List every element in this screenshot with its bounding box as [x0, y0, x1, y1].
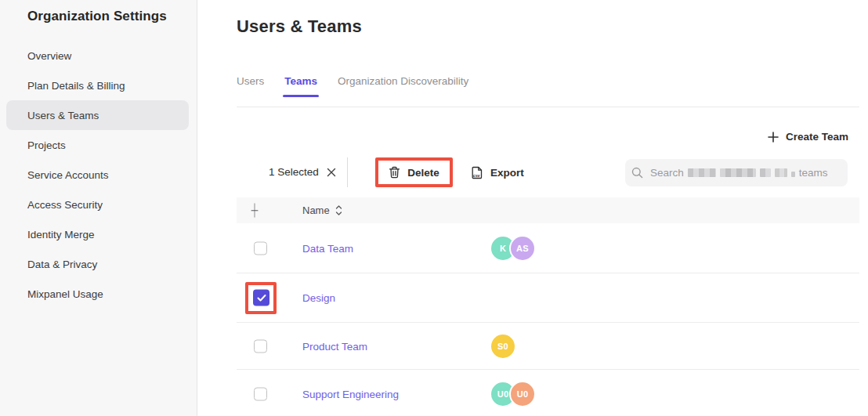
row-checkbox[interactable]	[254, 339, 267, 353]
organization-settings-sidebar: Organization Settings Overview Plan Deta…	[0, 0, 197, 416]
redacted-text	[791, 172, 795, 177]
search-icon	[631, 167, 643, 179]
sidebar-item-label: Users & Teams	[27, 110, 99, 121]
export-button[interactable]: csv Export	[471, 165, 524, 180]
table-row: Product Team S0	[237, 323, 859, 370]
sidebar-item-label: Data & Privacy	[27, 259, 97, 270]
table-row: Design	[237, 273, 859, 323]
svg-text:csv: csv	[473, 172, 480, 177]
selected-count-label: 1 Selected	[269, 166, 319, 178]
team-name-link[interactable]: Product Team	[302, 340, 367, 352]
clear-selection-icon[interactable]	[326, 167, 337, 178]
sidebar-item-plan-details-billing[interactable]: Plan Details & Billing	[6, 71, 189, 100]
tab-bar: Users Teams Organization Discoverability	[237, 75, 468, 97]
avatar: S0	[491, 335, 515, 358]
redacted-text	[720, 168, 756, 177]
sidebar-item-projects[interactable]: Projects	[6, 130, 189, 160]
sidebar-item-users-teams[interactable]: Users & Teams	[6, 100, 189, 130]
sidebar-nav: Overview Plan Details & Billing Users & …	[0, 41, 197, 309]
sidebar-item-data-privacy[interactable]: Data & Privacy	[6, 249, 189, 279]
team-name-link[interactable]: Data Team	[302, 242, 353, 254]
search-placeholder: Search teams	[650, 167, 828, 179]
teams-table: Name Data Team KAS Design Product Team S…	[237, 197, 859, 416]
team-name-link[interactable]: Design	[302, 292, 335, 304]
create-team-button[interactable]: Create Team	[768, 130, 848, 143]
avatar-group: U0U0	[491, 382, 534, 406]
sidebar-item-access-security[interactable]: Access Security	[6, 190, 189, 219]
plus-icon	[768, 132, 779, 143]
tab-organization-discoverability[interactable]: Organization Discoverability	[338, 75, 468, 97]
tab-users[interactable]: Users	[237, 75, 264, 97]
selection-summary: 1 Selected	[269, 166, 337, 178]
avatar: U0	[511, 382, 534, 406]
tabs-divider	[237, 107, 859, 107]
sidebar-item-label: Identity Merge	[27, 229, 95, 241]
team-name-link[interactable]: Support Engineering	[302, 388, 399, 400]
sidebar-item-label: Projects	[27, 139, 66, 151]
redacted-text	[760, 168, 771, 177]
row-checkbox[interactable]	[253, 290, 269, 306]
search-input[interactable]: Search teams	[625, 159, 848, 186]
sidebar-item-mixpanel-usage[interactable]: Mixpanel Usage	[6, 279, 189, 309]
sidebar-item-label: Plan Details & Billing	[27, 80, 125, 92]
sidebar-item-overview[interactable]: Overview	[6, 41, 189, 71]
page-title: Users & Teams	[237, 16, 362, 37]
toolbar-divider	[347, 157, 348, 187]
sidebar-item-identity-merge[interactable]: Identity Merge	[6, 219, 189, 249]
sidebar-item-label: Service Accounts	[27, 169, 109, 181]
sidebar-item-label: Access Security	[27, 199, 103, 211]
redacted-text	[775, 168, 787, 177]
tab-label: Teams	[284, 75, 317, 87]
tab-label: Users	[237, 75, 264, 87]
table-row: Support Engineering U0U0	[237, 370, 859, 416]
sidebar-title: Organization Settings	[27, 9, 167, 24]
tab-teams[interactable]: Teams	[284, 75, 317, 97]
sidebar-item-label: Mixpanel Usage	[27, 288, 103, 300]
create-team-label: Create Team	[786, 131, 848, 143]
trash-icon	[389, 166, 400, 179]
avatar-group: KAS	[491, 237, 534, 260]
avatar: AS	[511, 237, 534, 260]
tab-label: Organization Discoverability	[338, 75, 468, 87]
avatar-group: S0	[491, 335, 515, 358]
redacted-text	[688, 168, 716, 177]
sidebar-item-service-accounts[interactable]: Service Accounts	[6, 160, 189, 190]
column-header-name[interactable]: Name	[302, 197, 342, 223]
delete-button[interactable]: Delete	[375, 157, 453, 187]
table-body: Data Team KAS Design Product Team S0 Sup…	[237, 223, 859, 416]
sort-icon[interactable]	[335, 205, 342, 215]
sidebar-item-label: Overview	[27, 50, 71, 62]
row-checkbox[interactable]	[254, 387, 267, 400]
csv-file-icon: csv	[471, 166, 483, 179]
row-checkbox[interactable]	[254, 241, 267, 255]
select-all-checkbox[interactable]	[254, 203, 255, 218]
export-label: Export	[490, 167, 524, 179]
delete-label: Delete	[407, 167, 439, 179]
table-row: Data Team KAS	[237, 223, 859, 273]
table-header-row: Name	[237, 197, 859, 223]
